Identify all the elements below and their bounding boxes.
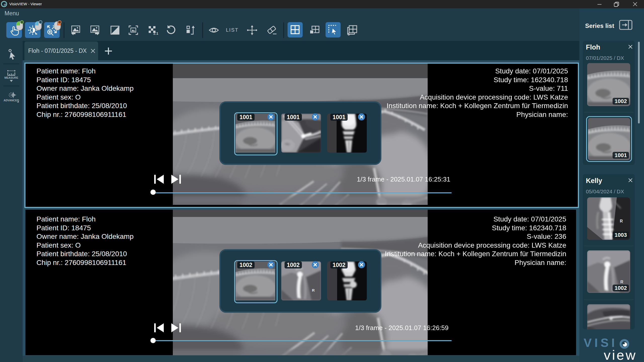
svg-text:5: 5 bbox=[348, 32, 350, 36]
svg-text:1:1: 1:1 bbox=[153, 31, 158, 35]
